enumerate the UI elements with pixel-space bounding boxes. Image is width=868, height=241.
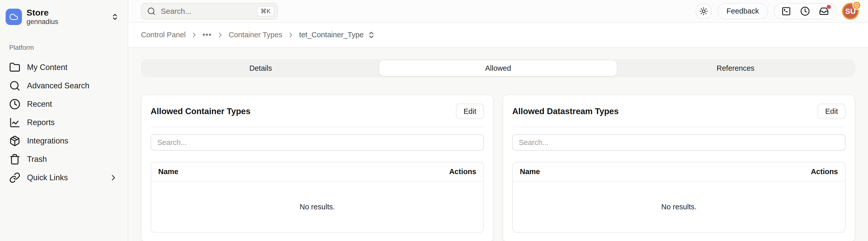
sidebar-item-label: Trash bbox=[27, 155, 118, 164]
card-title: Allowed Container Types bbox=[151, 106, 250, 116]
results-table: Name Actions No results. bbox=[512, 162, 845, 233]
global-search[interactable]: ⌘K bbox=[141, 3, 278, 20]
sidebar-nav: My Content Advanced Search Recent Report… bbox=[0, 58, 128, 187]
sidebar-item-label: Recent bbox=[27, 100, 118, 109]
column-header-actions: Actions bbox=[449, 167, 476, 176]
results-table: Name Actions No results. bbox=[151, 162, 484, 233]
empty-state-text: No results. bbox=[513, 182, 845, 232]
card-search[interactable] bbox=[151, 134, 484, 151]
sidebar-item-quick-links[interactable]: Quick Links bbox=[0, 168, 128, 187]
breadcrumb-ellipsis[interactable]: ••• bbox=[203, 31, 212, 39]
store-logo bbox=[6, 9, 22, 25]
allowed-container-types-card: Allowed Container Types Edit Name Action… bbox=[141, 95, 494, 241]
allowed-datastream-types-card: Allowed Datastream Types Edit Name Actio… bbox=[502, 95, 855, 241]
breadcrumb: Control Panel ••• Container Types tet_Co… bbox=[128, 23, 868, 48]
workspace-name: Store bbox=[27, 8, 109, 18]
sidebar-item-label: Integrations bbox=[27, 136, 118, 145]
table-header-row: Name Actions bbox=[513, 162, 845, 182]
history-clock-icon[interactable] bbox=[800, 6, 810, 16]
clock-icon bbox=[9, 99, 21, 110]
chevrons-up-down-icon[interactable] bbox=[109, 11, 121, 23]
search-icon bbox=[9, 80, 21, 91]
sidebar-item-label: Quick Links bbox=[27, 173, 109, 182]
card-title: Allowed Datastream Types bbox=[512, 106, 619, 116]
sidebar-item-label: My Content bbox=[27, 63, 118, 72]
card-search-input[interactable] bbox=[519, 138, 839, 147]
sidebar-item-trash[interactable]: Trash bbox=[0, 150, 128, 168]
topbar-actions: Feedback SU bbox=[695, 3, 859, 20]
column-header-name: Name bbox=[158, 167, 178, 176]
chevron-right-icon bbox=[190, 31, 198, 39]
inbox-icon[interactable] bbox=[819, 6, 829, 16]
chevrons-up-down-icon[interactable] bbox=[367, 31, 375, 39]
workspace-switcher[interactable]: Store gennadius bbox=[0, 7, 128, 27]
sidebar: Store gennadius Platform My Content Adva… bbox=[0, 0, 128, 241]
workspace-org: gennadius bbox=[27, 18, 109, 26]
cards-row: Allowed Container Types Edit Name Action… bbox=[141, 95, 855, 241]
search-icon bbox=[147, 7, 156, 16]
theme-toggle-button[interactable] bbox=[695, 3, 712, 19]
link-icon bbox=[9, 172, 21, 183]
empty-state-text: No results. bbox=[151, 182, 484, 232]
sidebar-item-integrations[interactable]: Integrations bbox=[0, 132, 128, 150]
shield-check-icon bbox=[852, 1, 861, 10]
tab-details[interactable]: Details bbox=[142, 60, 379, 76]
table-header-row: Name Actions bbox=[151, 162, 484, 182]
package-icon bbox=[9, 135, 21, 146]
sidebar-item-advanced-search[interactable]: Advanced Search bbox=[0, 77, 128, 95]
folder-icon bbox=[9, 62, 21, 73]
divider bbox=[151, 127, 484, 127]
sidebar-item-my-content[interactable]: My Content bbox=[0, 58, 128, 77]
breadcrumb-control-panel[interactable]: Control Panel bbox=[141, 31, 186, 39]
card-header: Allowed Container Types Edit bbox=[151, 104, 484, 119]
notification-dot bbox=[827, 5, 831, 9]
content-area: Details Allowed References Allowed Conta… bbox=[128, 48, 868, 241]
tab-allowed[interactable]: Allowed bbox=[379, 60, 617, 76]
avatar[interactable]: SU bbox=[842, 3, 859, 20]
sun-icon bbox=[699, 7, 708, 16]
search-shortcut-kbd: ⌘K bbox=[257, 6, 274, 16]
sidebar-item-recent[interactable]: Recent bbox=[0, 95, 128, 113]
workspace-info: Store gennadius bbox=[27, 8, 109, 26]
card-search-input[interactable] bbox=[157, 138, 477, 147]
chart-icon bbox=[9, 117, 21, 128]
chevron-right-icon bbox=[109, 173, 118, 182]
main-area: ⌘K Feedback SU bbox=[128, 0, 868, 241]
trash-icon bbox=[9, 154, 21, 165]
app-window: Store gennadius Platform My Content Adva… bbox=[0, 0, 868, 241]
search-input[interactable] bbox=[161, 7, 257, 16]
breadcrumb-current-item[interactable]: tet_Container_Type bbox=[299, 31, 364, 39]
card-search[interactable] bbox=[512, 134, 845, 151]
divider bbox=[512, 127, 845, 127]
sidebar-item-label: Reports bbox=[27, 118, 118, 127]
terminal-icon[interactable] bbox=[781, 6, 791, 16]
edit-button[interactable]: Edit bbox=[456, 104, 484, 119]
topbar: ⌘K Feedback SU bbox=[128, 0, 868, 23]
feedback-button[interactable]: Feedback bbox=[717, 3, 768, 19]
chevron-right-icon bbox=[287, 31, 294, 39]
breadcrumb-container-types[interactable]: Container Types bbox=[228, 31, 282, 39]
column-header-actions: Actions bbox=[811, 167, 838, 176]
sidebar-item-reports[interactable]: Reports bbox=[0, 113, 128, 132]
utility-icon-group bbox=[774, 3, 836, 19]
sidebar-item-label: Advanced Search bbox=[27, 81, 118, 90]
edit-button[interactable]: Edit bbox=[817, 104, 845, 119]
sidebar-section-label: Platform bbox=[0, 44, 128, 52]
tab-references[interactable]: References bbox=[617, 60, 854, 76]
tab-bar: Details Allowed References bbox=[141, 59, 855, 77]
column-header-name: Name bbox=[520, 167, 540, 176]
chevron-right-icon bbox=[216, 31, 224, 39]
card-header: Allowed Datastream Types Edit bbox=[512, 104, 845, 119]
